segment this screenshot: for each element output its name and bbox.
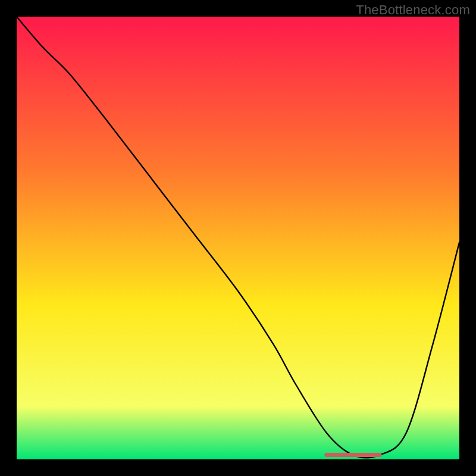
plot-area <box>17 17 459 459</box>
watermark-text: TheBottleneck.com <box>356 2 470 18</box>
chart-frame: TheBottleneck.com <box>0 0 476 476</box>
gradient-background <box>17 17 459 459</box>
bottleneck-curve-chart <box>17 17 459 459</box>
